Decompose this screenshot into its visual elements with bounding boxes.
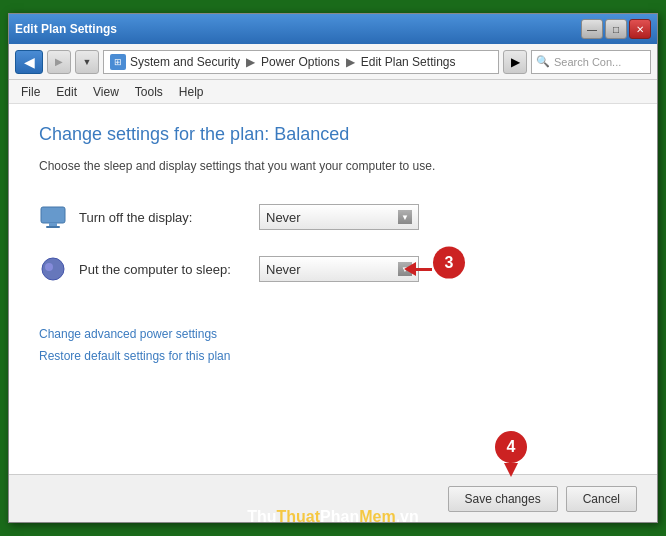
forward-button[interactable]: ▶ (47, 50, 71, 74)
page-subtitle: Choose the sleep and display settings th… (39, 159, 627, 173)
title-bar: Edit Plan Settings — □ ✕ (9, 14, 657, 44)
search-placeholder: Search Con... (554, 56, 621, 68)
step-3-annotation: 3 (433, 247, 465, 279)
menu-tools[interactable]: Tools (127, 83, 171, 101)
menu-help[interactable]: Help (171, 83, 212, 101)
annotation-arrow-3 (404, 262, 432, 276)
restore-defaults-link[interactable]: Restore default settings for this plan (39, 349, 627, 363)
sleep-value: Never (266, 262, 301, 277)
annotation-4-container: 4 (495, 431, 527, 477)
main-content: Change settings for the plan: Balanced C… (9, 104, 657, 474)
save-changes-button[interactable]: Save changes (448, 486, 558, 512)
display-icon (39, 203, 67, 231)
breadcrumb-system-security[interactable]: System and Security (130, 55, 240, 69)
annotation-4-arrow (504, 463, 518, 477)
main-window: Edit Plan Settings — □ ✕ ◀ ▶ ▼ ⊞ System … (8, 13, 658, 523)
search-box[interactable]: 🔍 Search Con... (531, 50, 651, 74)
display-setting-row: Turn off the display: Never ▼ (39, 203, 627, 231)
close-button[interactable]: ✕ (629, 19, 651, 39)
titlebar-buttons: — □ ✕ (581, 19, 651, 39)
page-title: Change settings for the plan: Balanced (39, 124, 627, 145)
display-dropdown-arrow: ▼ (398, 210, 412, 224)
advanced-power-settings-link[interactable]: Change advanced power settings (39, 327, 627, 341)
menu-bar: File Edit View Tools Help (9, 80, 657, 104)
menu-edit[interactable]: Edit (48, 83, 85, 101)
menu-file[interactable]: File (13, 83, 48, 101)
display-dropdown[interactable]: Never ▼ (259, 204, 419, 230)
sleep-setting-row: Put the computer to sleep: Never ▼ 3 (39, 255, 627, 283)
breadcrumb-power-options[interactable]: Power Options (261, 55, 340, 69)
links-section: Change advanced power settings Restore d… (39, 327, 627, 363)
sleep-dropdown[interactable]: Never ▼ (259, 256, 419, 282)
svg-point-3 (42, 258, 64, 280)
svg-rect-1 (49, 223, 57, 226)
svg-rect-2 (46, 226, 60, 228)
window-title: Edit Plan Settings (15, 22, 117, 36)
address-icon: ⊞ (110, 54, 126, 70)
step-4-annotation: 4 (495, 431, 527, 463)
cancel-button[interactable]: Cancel (566, 486, 637, 512)
address-field[interactable]: ⊞ System and Security ▶ Power Options ▶ … (103, 50, 499, 74)
minimize-button[interactable]: — (581, 19, 603, 39)
sleep-icon (39, 255, 67, 283)
recent-pages-button[interactable]: ▼ (75, 50, 99, 74)
address-bar: ◀ ▶ ▼ ⊞ System and Security ▶ Power Opti… (9, 44, 657, 80)
go-button[interactable]: ▶ (503, 50, 527, 74)
back-button[interactable]: ◀ (15, 50, 43, 74)
display-label: Turn off the display: (79, 210, 259, 225)
maximize-button[interactable]: □ (605, 19, 627, 39)
svg-point-4 (45, 263, 53, 271)
menu-view[interactable]: View (85, 83, 127, 101)
display-value: Never (266, 210, 301, 225)
svg-rect-0 (41, 207, 65, 223)
bottom-action-area: 4 Save changes Cancel (9, 474, 657, 522)
search-icon: 🔍 (536, 55, 550, 68)
content-wrapper: Change settings for the plan: Balanced C… (9, 104, 657, 522)
sleep-label: Put the computer to sleep: (79, 262, 259, 277)
breadcrumb-current: Edit Plan Settings (361, 55, 456, 69)
